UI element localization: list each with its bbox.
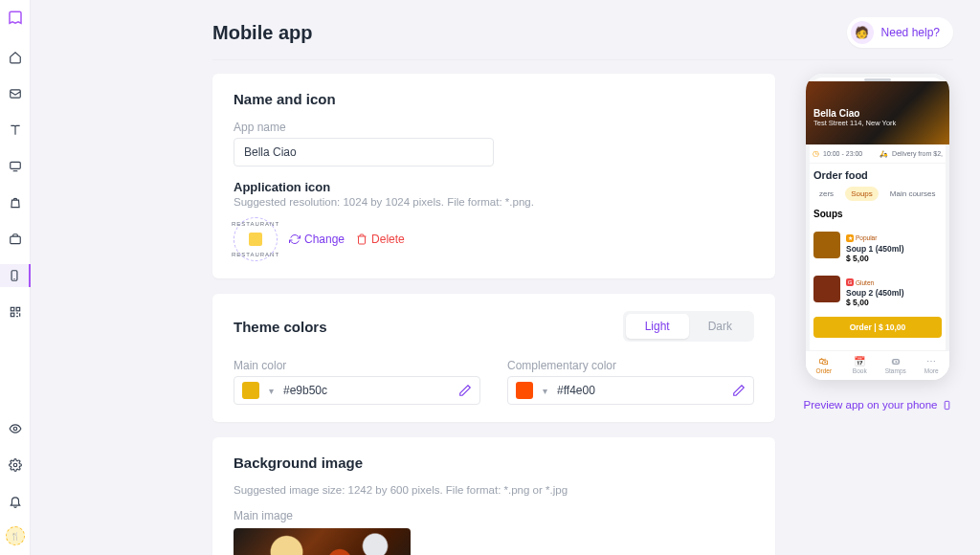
sidebar-home[interactable] — [0, 46, 31, 69]
trash-icon — [356, 233, 368, 245]
app-icon-hint: Suggested resolution: 1024 by 1024 pixel… — [234, 196, 754, 208]
sidebar-qr[interactable] — [0, 300, 31, 323]
dark-toggle[interactable]: Dark — [689, 314, 751, 339]
background-image-card: Background image Suggested image size: 1… — [212, 437, 775, 555]
phone-notch — [864, 78, 891, 81]
name-icon-card: Name and icon App name Application icon … — [212, 74, 775, 278]
phone-tab: Main courses — [884, 187, 942, 201]
sidebar-book[interactable] — [0, 119, 31, 142]
page-title: Mobile app — [212, 22, 312, 44]
bg-hint: Suggested image size: 1242 by 600 pixels… — [234, 484, 754, 496]
order-food-title: Order food — [813, 169, 942, 181]
app-icon-title: Application icon — [234, 180, 754, 194]
svg-rect-1 — [10, 236, 20, 244]
app-name-input[interactable] — [234, 138, 494, 166]
comp-color-label: Complementary color — [507, 359, 754, 372]
need-help-button[interactable]: 🧑 Need help? — [847, 17, 953, 48]
phone-menu-item: GGluten Soup 2 (450ml) $ 5,00 — [813, 267, 942, 311]
phone-order-bar: Order | $ 10,00 — [813, 317, 942, 338]
phone-hero: Bella Ciao Test Street 114, New York — [806, 81, 949, 144]
sidebar-bell-icon[interactable] — [0, 490, 31, 513]
main-image-label: Main image — [234, 509, 754, 522]
card-title: Theme colors — [234, 319, 327, 335]
menu-item-image — [813, 276, 840, 302]
chevron-down-icon: ▾ — [543, 386, 547, 396]
edit-icon[interactable] — [732, 384, 746, 397]
calendar-icon: 📅 — [842, 356, 879, 366]
main-color-swatch — [242, 382, 259, 399]
sidebar: 🍴 — [0, 0, 31, 555]
sidebar-monitor[interactable] — [0, 155, 31, 178]
phone-preview-column: Bella Ciao Test Street 114, New York ◷ 1… — [802, 74, 953, 411]
svg-point-7 — [13, 463, 17, 467]
svg-point-6 — [13, 427, 17, 431]
sidebar-mobile[interactable] — [0, 264, 31, 287]
comp-color-swatch — [516, 382, 533, 399]
phone-icon — [942, 400, 952, 411]
app-name-label: App name — [234, 121, 754, 134]
phone-info-bar: ◷ 10:00 - 23:00 🛵 Delivery from $2, — [806, 144, 949, 164]
sidebar-preview-icon[interactable] — [0, 417, 31, 440]
more-icon: ⋯ — [914, 356, 950, 366]
svg-rect-0 — [10, 162, 20, 168]
theme-toggle: Light Dark — [623, 311, 754, 342]
chevron-down-icon: ▾ — [269, 386, 274, 396]
svg-rect-3 — [11, 307, 14, 311]
main-color-input[interactable]: ▾ #e9b50c — [234, 376, 480, 405]
clock-icon: ◷ — [813, 149, 819, 158]
main-image-preview[interactable] — [234, 528, 411, 555]
svg-rect-5 — [11, 313, 14, 317]
help-avatar-icon: 🧑 — [851, 21, 874, 44]
menu-item-image — [813, 232, 840, 258]
main-color-label: Main color — [234, 359, 480, 372]
sidebar-restaurant-avatar[interactable]: 🍴 — [6, 526, 25, 545]
light-toggle[interactable]: Light — [626, 314, 689, 339]
theme-colors-card: Theme colors Light Dark Main color ▾ — [212, 294, 775, 422]
svg-rect-4 — [16, 307, 20, 311]
bag-icon: 🛍 — [806, 356, 842, 366]
phone-menu-item: ★Popular Soup 1 (450ml) $ 5,00 — [813, 223, 942, 267]
sidebar-bag[interactable] — [0, 191, 31, 214]
svg-rect-8 — [945, 401, 949, 409]
sidebar-settings-icon[interactable] — [0, 454, 31, 477]
comp-color-input[interactable]: ▾ #ff4e00 — [507, 376, 754, 405]
ticket-icon: 🎟 — [878, 356, 914, 366]
edit-icon[interactable] — [458, 384, 472, 397]
refresh-icon — [289, 233, 301, 245]
phone-bottom-nav: 🛍Order 📅Book 🎟Stamps ⋯More — [806, 350, 949, 380]
sidebar-briefcase[interactable] — [0, 228, 31, 251]
app-icon-preview: RESTAURANT RESTAURANT — [234, 217, 278, 261]
preview-on-phone-link[interactable]: Preview app on your phone — [803, 399, 951, 411]
sidebar-inbox[interactable] — [0, 82, 31, 105]
phone-preview: Bella Ciao Test Street 114, New York ◷ 1… — [806, 74, 949, 380]
change-icon-button[interactable]: Change — [289, 233, 345, 246]
phone-tab: zers — [813, 187, 839, 201]
app-logo-icon — [7, 10, 24, 27]
phone-tab: Soups — [845, 187, 879, 201]
card-title: Name and icon — [234, 91, 754, 107]
card-title: Background image — [234, 455, 754, 471]
delete-icon-button[interactable]: Delete — [356, 233, 405, 246]
